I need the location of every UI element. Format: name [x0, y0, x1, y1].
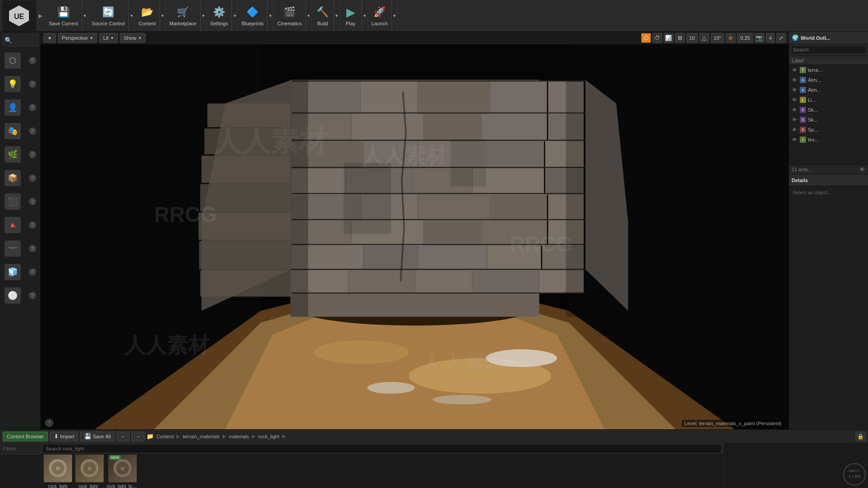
- nav-forward-btn[interactable]: →: [132, 432, 145, 441]
- svg-rect-53: [491, 81, 547, 114]
- sphere-mode-btn[interactable]: ⚪ ?: [2, 284, 38, 307]
- outliner-item-tes[interactable]: 👁 t tes...: [789, 135, 868, 145]
- viewport-camera-speed[interactable]: 📷: [755, 33, 764, 43]
- spline-mode-btn[interactable]: 〰 ?: [2, 237, 38, 260]
- viewport-mode-3d[interactable]: ⬡: [641, 33, 651, 43]
- launch-button[interactable]: 🚀 Launch: [368, 0, 392, 31]
- geometry-help[interactable]: ?: [29, 174, 36, 182]
- viewport[interactable]: ▼ Perspective ▼ Lit ▼ Show ▼ ⬡ ⏱ 📊 ⊞ 10: [41, 32, 789, 429]
- blueprints-button[interactable]: 🔷 Blueprints: [238, 0, 267, 31]
- save-current-arrow[interactable]: ▼: [82, 0, 88, 31]
- play-icon: ▶: [344, 5, 358, 19]
- viewport-help-icon[interactable]: ?: [45, 419, 53, 427]
- outliner-item-li[interactable]: 👁 L Li...: [789, 95, 868, 105]
- asset-thumb-1: M: [43, 455, 72, 483]
- foliage-help[interactable]: ?: [29, 151, 36, 158]
- viewport-angle[interactable]: △: [699, 33, 709, 43]
- sphere-help[interactable]: ?: [29, 292, 36, 299]
- eye-icon[interactable]: 👁: [791, 76, 798, 84]
- svg-rect-67: [450, 139, 486, 187]
- viewport-menu-btn[interactable]: ▼: [43, 33, 56, 43]
- content-arrow[interactable]: ▼: [160, 0, 166, 31]
- viewport-grid[interactable]: ⊞: [675, 33, 685, 43]
- settings-button[interactable]: ⚙️ Settings: [207, 0, 232, 31]
- outliner-item-sk2[interactable]: 👁 S Sk...: [789, 115, 868, 125]
- box-help[interactable]: ?: [29, 198, 36, 205]
- eye-icon[interactable]: 👁: [791, 106, 798, 113]
- viewport-maximize[interactable]: ⤢: [776, 33, 786, 43]
- play-arrow[interactable]: ▼: [362, 0, 368, 31]
- asset-rock-light-2[interactable]: M rock_light_: [75, 455, 104, 488]
- character-mode-btn[interactable]: 👤 ?: [2, 96, 38, 119]
- outliner-item-sk1[interactable]: 👁 S Sk...: [789, 105, 868, 115]
- viewport-realtime[interactable]: ⏱: [652, 33, 662, 43]
- content-browser-search-input[interactable]: [42, 444, 722, 453]
- details-panel-header: Details: [789, 174, 868, 186]
- crumb-terrain[interactable]: terrain_materials: [181, 434, 221, 439]
- outliner-item-sp[interactable]: 👁 S Sp...: [789, 125, 868, 135]
- foliage-mode-btn[interactable]: 🌿 ?: [2, 143, 38, 166]
- marketplace-button[interactable]: 🛒 Marketplace: [166, 0, 200, 31]
- eye-icon[interactable]: 👁: [791, 116, 798, 123]
- save-all-btn[interactable]: 💾 Save All: [80, 432, 115, 441]
- nav-back-btn[interactable]: ←: [117, 432, 130, 441]
- mode-search[interactable]: 🔍: [2, 34, 38, 47]
- actor-eye-toggle[interactable]: 👁: [859, 166, 865, 173]
- world-outliner-search-input[interactable]: [791, 45, 866, 54]
- paint-mode-btn[interactable]: 🎭 ?: [2, 120, 38, 142]
- outliner-item-atm2[interactable]: 👁 A Atm...: [789, 85, 868, 95]
- save-current-button[interactable]: 💾 Save Current: [45, 0, 82, 31]
- paint-help[interactable]: ?: [29, 127, 36, 135]
- placement-mode-btn[interactable]: ⬡ ?: [2, 49, 38, 72]
- character-help[interactable]: ?: [29, 104, 36, 111]
- cinematics-arrow[interactable]: ▼: [306, 0, 312, 31]
- show-btn[interactable]: Show ▼: [120, 33, 146, 43]
- import-btn[interactable]: ⬇ Import: [50, 432, 78, 441]
- eye-icon[interactable]: 👁: [791, 136, 798, 143]
- crumb-rock-light[interactable]: rock_light: [257, 434, 281, 439]
- settings-arrow[interactable]: ▼: [231, 0, 238, 31]
- asset-rock-light-1[interactable]: M rock_light: [43, 455, 72, 488]
- cone-mode-btn[interactable]: 🔺 ?: [2, 214, 38, 236]
- eye-icon[interactable]: 👁: [791, 86, 798, 94]
- blueprints-arrow[interactable]: ▼: [267, 0, 274, 31]
- spline-icon: 〰: [5, 240, 21, 257]
- eye-icon[interactable]: 👁: [791, 126, 798, 133]
- expand-toolbar-btn[interactable]: ▶: [36, 0, 45, 31]
- cinematics-button[interactable]: 🎬 Cinematics: [274, 0, 305, 31]
- camera-speed: 4: [766, 33, 775, 43]
- asset-rock-light-tess[interactable]: M NEW rock_light_tessellation: [107, 455, 138, 488]
- perspective-btn[interactable]: Perspective ▼: [58, 33, 97, 43]
- lock-btn[interactable]: 🔒: [855, 432, 865, 441]
- light-mode-btn[interactable]: 💡 ?: [2, 73, 38, 95]
- light-help[interactable]: ?: [29, 80, 36, 88]
- placement-help[interactable]: ?: [29, 57, 36, 64]
- eye-icon[interactable]: 👁: [791, 96, 798, 103]
- build-button[interactable]: 🔨 Build: [312, 0, 334, 31]
- eye-icon[interactable]: 👁: [791, 66, 798, 74]
- launch-arrow[interactable]: ▼: [392, 0, 398, 31]
- geometry-mode-btn[interactable]: 📦 ?: [2, 167, 38, 189]
- cone-help[interactable]: ?: [29, 221, 36, 229]
- outliner-item-atm1[interactable]: 👁 A Atm...: [789, 75, 868, 85]
- cube-mode-btn[interactable]: 🧊 ?: [2, 261, 38, 283]
- perspective-arrow: ▼: [90, 36, 93, 40]
- marketplace-arrow[interactable]: ▼: [200, 0, 207, 31]
- play-button[interactable]: ▶ Play: [340, 0, 362, 31]
- outliner-item-terra[interactable]: 👁 T terra...: [789, 65, 868, 75]
- viewport-scale[interactable]: ⊕: [726, 33, 736, 43]
- content-browser-tab-btn[interactable]: Content Browser: [3, 432, 48, 441]
- spline-help[interactable]: ?: [29, 245, 36, 252]
- content-browser-panel: Filters M rock_light: [0, 443, 868, 488]
- source-control-arrow[interactable]: ▼: [128, 0, 135, 31]
- crumb-content[interactable]: Content: [155, 434, 175, 439]
- build-arrow[interactable]: ▼: [334, 0, 340, 31]
- source-control-button[interactable]: 🔄 Source Control: [88, 0, 128, 31]
- viewport-scene[interactable]: RRCG 人人素材 RRCG 人人素材 人人素材 人人素材 Level: ter…: [41, 44, 789, 429]
- crumb-materials[interactable]: materials: [227, 434, 250, 439]
- box-mode-btn[interactable]: ⬛ ?: [2, 190, 38, 213]
- viewport-stats[interactable]: 📊: [664, 33, 674, 43]
- content-button[interactable]: 📂 Content: [135, 0, 160, 31]
- cube-help[interactable]: ?: [29, 268, 36, 276]
- lit-btn[interactable]: Lit ▼: [99, 33, 118, 43]
